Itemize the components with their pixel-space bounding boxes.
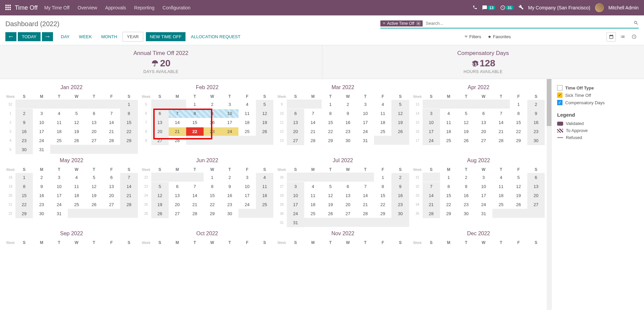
calendar-day[interactable]: 22	[440, 200, 458, 209]
calendar-day[interactable]: 3	[423, 109, 440, 118]
calendar-day[interactable]: 1	[440, 173, 458, 182]
new-time-off-button[interactable]: NEW TIME OFF	[146, 32, 185, 41]
calendar-day[interactable]: 10	[221, 109, 238, 118]
phone-icon[interactable]	[473, 5, 477, 11]
calendar-day[interactable]: 31	[33, 145, 50, 154]
calendar-day[interactable]: 8	[204, 182, 221, 191]
company-selector[interactable]: My Company (San Francisco)	[528, 5, 590, 10]
calendar-day[interactable]: 18	[304, 200, 322, 209]
calendar-day[interactable]: 2	[527, 100, 545, 109]
calendar-day[interactable]: 24	[475, 200, 492, 209]
calendar-day[interactable]: 4	[374, 100, 391, 109]
calendar-day[interactable]: 11	[238, 109, 256, 118]
calendar-day[interactable]: 29	[510, 136, 527, 145]
calendar-day[interactable]: 26	[256, 127, 273, 136]
calendar-day[interactable]: 27	[85, 136, 103, 145]
calendar-day[interactable]: 29	[204, 209, 221, 218]
calendar-day[interactable]: 26	[510, 200, 527, 209]
calendar-day[interactable]: 8	[15, 182, 33, 191]
calendar-day[interactable]: 20	[103, 191, 120, 200]
favorites-button[interactable]: Favorites	[488, 34, 511, 39]
calendar-day[interactable]: 9	[15, 118, 33, 127]
calendar-day[interactable]: 14	[304, 118, 322, 127]
calendar-day[interactable]: 18	[492, 191, 510, 200]
calendar-day[interactable]: 10	[357, 109, 374, 118]
calendar-day[interactable]: 25	[256, 200, 273, 209]
calendar-day[interactable]: 16	[458, 191, 475, 200]
calendar-day[interactable]: 2	[391, 173, 409, 182]
calendar-day[interactable]: 15	[186, 118, 204, 127]
calendar-day[interactable]: 20	[287, 127, 304, 136]
activity-view-icon[interactable]	[629, 32, 639, 42]
calendar-day[interactable]: 11	[374, 109, 391, 118]
calendar-day[interactable]: 29	[120, 136, 138, 145]
type-item[interactable]: ✓Sick Time Off	[557, 92, 639, 98]
calendar-day[interactable]: 11	[440, 118, 458, 127]
calendar-day[interactable]: 14	[169, 118, 186, 127]
calendar-day[interactable]: 7	[103, 109, 120, 118]
prev-button[interactable]: 🡐	[5, 32, 16, 41]
calendar-day[interactable]: 15	[510, 118, 527, 127]
calendar-day[interactable]: 19	[256, 118, 273, 127]
calendar-day[interactable]: 17	[50, 191, 68, 200]
calendar-day[interactable]: 3	[221, 100, 238, 109]
calendar-day[interactable]: 17	[423, 127, 440, 136]
calendar-day[interactable]: 21	[169, 127, 186, 136]
calendar-day[interactable]: 5	[391, 100, 409, 109]
calendar-day[interactable]: 6	[103, 173, 120, 182]
calendar-day[interactable]: 8	[120, 109, 138, 118]
nav-item-approvals[interactable]: Approvals	[105, 5, 126, 10]
calendar-day[interactable]: 12	[510, 182, 527, 191]
calendar-day[interactable]: 29	[15, 209, 33, 218]
calendar-day[interactable]: 13	[151, 118, 169, 127]
calendar-day[interactable]: 1	[186, 100, 204, 109]
calendar-day[interactable]: 2	[204, 100, 221, 109]
calendar-day[interactable]: 28	[357, 209, 374, 218]
calendar-day[interactable]: 19	[85, 191, 103, 200]
search-icon[interactable]	[634, 20, 639, 26]
calendar-day[interactable]: 28	[103, 136, 120, 145]
calendar-day[interactable]: 14	[120, 182, 138, 191]
calendar-day[interactable]: 9	[204, 109, 221, 118]
calendar-day[interactable]: 4	[492, 173, 510, 182]
calendar-day[interactable]: 20	[169, 200, 186, 209]
calendar-area[interactable]: Jan 2022WeekSMTWTFS521123456782910111213…	[0, 79, 551, 310]
nav-item-configuration[interactable]: Configuration	[163, 5, 191, 10]
calendar-day[interactable]: 5	[151, 182, 169, 191]
calendar-day[interactable]: 22	[15, 200, 33, 209]
calendar-day[interactable]: 7	[120, 173, 138, 182]
calendar-day[interactable]: 30	[527, 136, 545, 145]
calendar-day[interactable]: 13	[85, 118, 103, 127]
calendar-day[interactable]: 25	[492, 200, 510, 209]
calendar-day[interactable]: 9	[527, 109, 545, 118]
calendar-day[interactable]: 7	[357, 182, 374, 191]
calendar-day[interactable]: 1	[120, 100, 138, 109]
calendar-day[interactable]: 17	[475, 191, 492, 200]
calendar-day[interactable]: 12	[458, 118, 475, 127]
calendar-day[interactable]: 5	[85, 173, 103, 182]
calendar-day[interactable]: 17	[357, 118, 374, 127]
calendar-day[interactable]: 6	[339, 182, 357, 191]
calendar-day[interactable]: 17	[33, 127, 50, 136]
calendar-day[interactable]: 27	[287, 136, 304, 145]
calendar-day[interactable]: 18	[256, 191, 273, 200]
calendar-day[interactable]: 20	[527, 191, 545, 200]
calendar-day[interactable]: 16	[339, 118, 357, 127]
calendar-day[interactable]: 20	[475, 127, 492, 136]
calendar-day[interactable]: 21	[103, 127, 120, 136]
calendar-day[interactable]: 6	[475, 109, 492, 118]
calendar-day[interactable]: 10	[423, 118, 440, 127]
calendar-day[interactable]: 19	[510, 191, 527, 200]
filters-button[interactable]: Filters	[464, 34, 481, 39]
calendar-day[interactable]: 21	[304, 127, 322, 136]
calendar-day[interactable]: 4	[256, 173, 273, 182]
calendar-day[interactable]: 23	[15, 136, 33, 145]
calendar-day[interactable]: 1	[374, 173, 391, 182]
type-header-checkbox[interactable]	[557, 85, 562, 90]
calendar-day[interactable]: 6	[287, 109, 304, 118]
calendar-day[interactable]: 29	[374, 209, 391, 218]
month-view-button[interactable]: MONTH	[97, 32, 121, 41]
calendar-day[interactable]: 12	[151, 191, 169, 200]
calendar-day[interactable]: 16	[204, 118, 221, 127]
calendar-view-icon[interactable]	[606, 32, 616, 42]
